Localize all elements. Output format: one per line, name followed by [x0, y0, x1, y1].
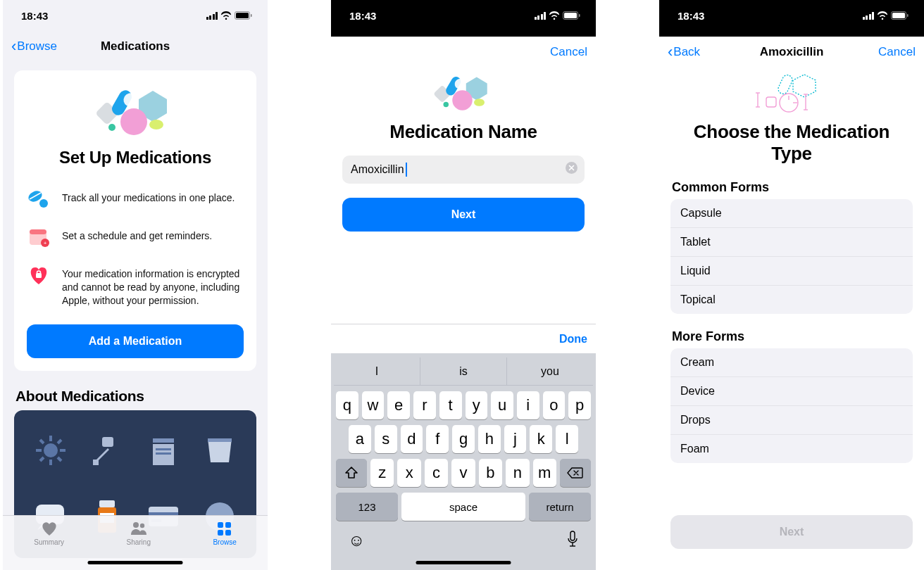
modal-sheet: Cancel Medication Name Amoxicillin — [331, 37, 596, 570]
key-r[interactable]: r — [413, 391, 436, 419]
key-o[interactable]: o — [543, 391, 566, 419]
home-indicator[interactable] — [416, 561, 511, 564]
status-icons — [535, 11, 581, 20]
card-title: Set Up Medications — [27, 148, 244, 167]
key-t[interactable]: t — [439, 391, 462, 419]
wifi-icon — [220, 11, 232, 20]
list-item[interactable]: Topical — [670, 286, 913, 314]
return-key[interactable]: return — [529, 493, 591, 521]
key-x[interactable]: x — [397, 459, 420, 487]
svg-rect-76 — [766, 97, 776, 107]
list-item[interactable]: Foam — [670, 435, 913, 463]
emoji-key[interactable]: ☺ — [348, 531, 366, 550]
key-d[interactable]: d — [401, 425, 423, 453]
back-button[interactable]: ‹ Back — [668, 44, 700, 60]
tab-browse[interactable]: Browse — [213, 520, 236, 570]
list-item[interactable]: Drops — [670, 406, 913, 435]
nav-bar: Cancel — [331, 37, 596, 68]
suggestion[interactable]: is — [420, 357, 506, 385]
key-g[interactable]: g — [452, 425, 475, 453]
delete-key[interactable] — [560, 459, 591, 487]
key-a[interactable]: a — [349, 425, 371, 453]
sheet-title: Medication Name — [331, 121, 596, 143]
space-key[interactable]: space — [401, 493, 525, 521]
screen-medication-type: 18:43 ‹ Back Amoxicillin Cancel — [659, 0, 924, 570]
list-item[interactable]: Tablet — [670, 228, 913, 257]
back-label: Back — [673, 45, 700, 59]
svg-rect-59 — [570, 531, 575, 540]
keyboard-row-4: 123 space return — [336, 493, 591, 521]
chevron-left-icon: ‹ — [668, 44, 673, 60]
cellular-icon — [863, 12, 875, 20]
key-b[interactable]: b — [479, 459, 502, 487]
keyboard-suggestions: I is you — [334, 357, 593, 386]
key-p[interactable]: p — [568, 391, 591, 419]
key-u[interactable]: u — [491, 391, 513, 419]
list-item[interactable]: Cream — [670, 348, 913, 377]
key-s[interactable]: s — [375, 425, 397, 453]
cancel-button[interactable]: Cancel — [878, 45, 916, 59]
svg-point-42 — [133, 522, 139, 528]
key-n[interactable]: n — [506, 459, 529, 487]
feature-track: Track all your medications in one place. — [27, 180, 244, 218]
svg-rect-65 — [777, 73, 794, 95]
keyboard-row-1: qwertyuiop — [336, 391, 591, 419]
svg-rect-1 — [236, 13, 249, 18]
key-h[interactable]: h — [478, 425, 501, 453]
numbers-key[interactable]: 123 — [336, 493, 398, 521]
status-time: 18:43 — [678, 10, 704, 22]
key-l[interactable]: l — [556, 425, 578, 453]
key-j[interactable]: j — [504, 425, 527, 453]
key-v[interactable]: v — [451, 459, 475, 487]
back-button[interactable]: ‹ Browse — [11, 39, 57, 54]
list-item[interactable]: Capsule — [670, 199, 913, 228]
group-more-forms: More Forms — [672, 329, 911, 344]
svg-point-9 — [108, 124, 116, 131]
common-forms-list: CapsuleTabletLiquidTopical — [670, 199, 913, 314]
svg-point-7 — [120, 108, 147, 135]
battery-icon — [891, 11, 909, 20]
key-m[interactable]: m — [533, 459, 556, 487]
key-z[interactable]: z — [370, 459, 394, 487]
suggestion[interactable]: I — [334, 357, 420, 385]
nav-bar: ‹ Browse Medications — [3, 31, 268, 62]
key-e[interactable]: e — [387, 391, 410, 419]
cancel-button[interactable]: Cancel — [550, 45, 587, 59]
status-icons — [206, 11, 253, 20]
next-button[interactable]: Next — [342, 198, 585, 232]
svg-line-23 — [40, 440, 44, 443]
list-item[interactable]: Device — [670, 377, 913, 406]
clear-icon[interactable] — [566, 162, 578, 177]
key-f[interactable]: f — [426, 425, 449, 453]
screen-medication-name: 18:43 Cancel Medication — [331, 0, 596, 570]
svg-point-57 — [444, 102, 449, 108]
key-i[interactable]: i — [517, 391, 539, 419]
status-bar: 18:43 — [3, 0, 268, 31]
home-indicator[interactable] — [88, 561, 183, 564]
svg-rect-47 — [225, 530, 231, 536]
key-y[interactable]: y — [466, 391, 488, 419]
list-item[interactable]: Liquid — [670, 257, 913, 286]
cellular-icon — [206, 12, 218, 20]
shift-key[interactable] — [336, 459, 367, 487]
svg-rect-27 — [102, 437, 113, 447]
key-w[interactable]: w — [362, 391, 385, 419]
about-heading: About Medications — [15, 388, 255, 405]
keyboard: Done I is you qwertyuiop asdfghjkl zxcvb… — [331, 324, 596, 570]
done-button[interactable]: Done — [559, 333, 587, 346]
add-medication-button[interactable]: Add a Medication — [27, 324, 244, 358]
svg-point-55 — [452, 90, 473, 110]
svg-line-24 — [58, 457, 61, 461]
medication-name-input[interactable]: Amoxicillin — [342, 156, 585, 184]
tab-summary[interactable]: Summary — [34, 520, 64, 570]
key-k[interactable]: k — [530, 425, 552, 453]
more-forms-list: CreamDeviceDropsFoam — [670, 348, 913, 463]
key-q[interactable]: q — [336, 391, 358, 419]
type-hero-icon — [659, 68, 924, 117]
key-c[interactable]: c — [425, 459, 448, 487]
keyboard-row-2: asdfghjkl — [336, 425, 591, 453]
svg-rect-30 — [153, 438, 174, 443]
svg-rect-45 — [225, 522, 231, 528]
dictation-key[interactable] — [566, 531, 579, 550]
suggestion[interactable]: you — [506, 357, 593, 385]
